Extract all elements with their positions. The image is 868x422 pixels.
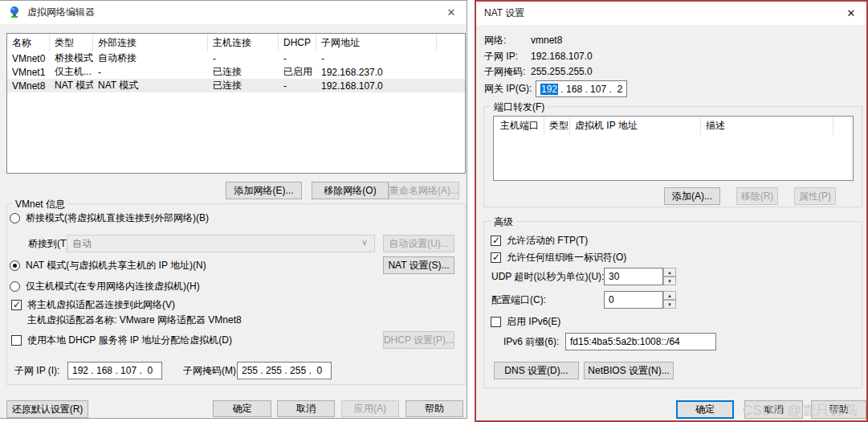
- ipv6-label: 启用 IPv6(E): [507, 315, 560, 329]
- bridged-radio[interactable]: [10, 213, 20, 223]
- ipv6-checkbox[interactable]: [491, 317, 501, 327]
- restore-defaults-button[interactable]: 还原默认设置(R): [6, 400, 88, 418]
- networks-table-header: 名称 类型 外部连接 主机连接 DHCP 子网地址: [7, 34, 465, 51]
- column-header-hostconn[interactable]: 主机连接: [208, 34, 279, 51]
- table-row-vmnet1[interactable]: VMnet1 仅主机... - 已连接 已启用 192.168.237.0: [7, 65, 465, 79]
- udp-timeout-field[interactable]: 30: [604, 268, 663, 285]
- oui-check-row[interactable]: 允许任何组织唯一标识符(O): [491, 251, 626, 264]
- nat-settings-dialog: NAT 设置 ✕ 网络: vmnet8 子网 IP: 192.168.107.0…: [475, 0, 868, 422]
- adapter-name-text: 主机虚拟适配器名称: VMware 网络适配器 VMnet8: [27, 314, 242, 326]
- editor-ok-button[interactable]: 确定: [213, 400, 271, 417]
- cell: VMnet0: [7, 51, 50, 65]
- cell: 已启用: [279, 65, 316, 79]
- ipv6-check-row[interactable]: 启用 IPv6(E): [491, 315, 560, 328]
- cell: 桥接模式: [50, 51, 93, 65]
- connect-adapter-check-row[interactable]: 将主机虚拟适配器连接到此网络(V): [11, 298, 175, 311]
- editor-close-icon[interactable]: ✕: [438, 1, 465, 24]
- dns-settings-button[interactable]: DNS 设置(D)...: [494, 362, 579, 379]
- column-header-host-port[interactable]: 主机端口: [494, 117, 544, 135]
- cell: VMnet8: [7, 79, 50, 92]
- ipv6-prefix-field[interactable]: fd15:4ba5:5a2b:1008::/64: [565, 333, 716, 350]
- ftp-check-row[interactable]: 允许活动的 FTP(T): [491, 234, 588, 247]
- connect-adapter-label: 将主机虚拟适配器连接到此网络(V): [27, 298, 175, 312]
- port-forwarding-group-label: 端口转发(F): [491, 100, 548, 114]
- pf-properties-button: 属性(P): [794, 187, 836, 205]
- nat-settings-button[interactable]: NAT 设置(S)...: [383, 256, 454, 274]
- hostonly-mode-radio-row[interactable]: 仅主机模式(在专用网络内连接虚拟机)(H): [10, 280, 200, 293]
- vmware-network-editor-icon: [8, 6, 21, 18]
- column-header-external[interactable]: 外部连接: [93, 34, 208, 51]
- hostonly-radio-label: 仅主机模式(在专用网络内连接虚拟机)(H): [26, 280, 200, 293]
- network-label: 网络:: [484, 34, 506, 47]
- cell: VMnet1: [7, 65, 50, 79]
- table-row-vmnet0[interactable]: VMnet0 桥接模式 自动桥接 - - -: [7, 51, 465, 65]
- column-header-vm-ip[interactable]: 虚拟机 IP 地址: [570, 117, 701, 135]
- bridged-radio-label: 桥接模式(将虚拟机直接连接到外部网络)(B): [26, 211, 209, 225]
- editor-cancel-button[interactable]: 取消: [277, 400, 335, 417]
- screenshot-stage: 虚拟网络编辑器 ✕ 名称 类型 外部连接 主机连接 DHCP 子网地址 VMne…: [0, 0, 868, 422]
- editor-apply-button: 应用(A): [341, 400, 399, 417]
- cell: NAT 模式: [50, 79, 93, 92]
- column-header-name[interactable]: 名称: [7, 34, 50, 51]
- cell: 自动桥接: [93, 51, 208, 65]
- add-network-button[interactable]: 添加网络(E)...: [226, 182, 302, 199]
- vmnet-info-group: VMnet 信息: [6, 203, 466, 385]
- pf-add-button[interactable]: 添加(A)...: [664, 187, 720, 205]
- nat-dialog-title: NAT 设置: [484, 2, 524, 25]
- table-row-vmnet8-selected[interactable]: VMnet8 NAT 模式 NAT 模式 已连接 - 192.168.107.0: [7, 79, 465, 92]
- spin-up-icon[interactable]: [663, 268, 676, 277]
- netbios-settings-button[interactable]: NetBIOS 设置(N)...: [584, 362, 674, 379]
- ipv6-prefix-label: IPv6 前缀(6):: [503, 333, 559, 350]
- config-port-stepper[interactable]: [663, 291, 676, 309]
- nat-ok-button[interactable]: 确定: [676, 400, 734, 419]
- column-header-subnet[interactable]: 子网地址: [316, 34, 437, 51]
- port-forwarding-table: 主机端口 类型 虚拟机 IP 地址 描述: [493, 116, 854, 181]
- nat-close-icon[interactable]: ✕: [837, 2, 865, 25]
- oui-label: 允许任何组织唯一标识符(O): [507, 251, 626, 264]
- gateway-ip-rest-text: . 168 . 107 . 2: [558, 84, 622, 95]
- subnet-ip-field[interactable]: 192 . 168 . 107 . 0: [67, 362, 162, 379]
- bridged-mode-radio-row[interactable]: 桥接模式(将虚拟机直接连接到外部网络)(B): [10, 211, 209, 224]
- nat-mode-radio-row[interactable]: NAT 模式(与虚拟机共享主机的 IP 地址)(N): [10, 259, 206, 272]
- spin-down-icon[interactable]: [663, 277, 676, 285]
- bridged-to-label: 桥接到(T):: [28, 235, 72, 252]
- column-header-description[interactable]: 描述: [701, 117, 833, 135]
- bridged-to-value: 自动: [72, 237, 92, 251]
- remove-network-button[interactable]: 移除网络(O): [312, 182, 389, 199]
- connect-adapter-checkbox[interactable]: [11, 300, 22, 310]
- column-header-pf-type[interactable]: 类型: [544, 117, 570, 135]
- ftp-label: 允许活动的 FTP(T): [507, 234, 588, 248]
- dhcp-settings-button: DHCP 设置(P)...: [383, 331, 454, 349]
- column-header-filler: [437, 34, 465, 51]
- subnet-mask-field[interactable]: 255 . 255 . 255 . 0: [237, 362, 332, 379]
- editor-titlebar: 虚拟网络编辑器 ✕: [0, 1, 467, 24]
- spin-up-icon[interactable]: [663, 291, 676, 300]
- oui-checkbox[interactable]: [491, 252, 501, 263]
- dhcp-checkbox[interactable]: [11, 335, 22, 346]
- chevron-down-icon: [361, 237, 368, 248]
- gateway-ip-field[interactable]: 192 . 168 . 107 . 2: [536, 80, 627, 97]
- spin-down-icon[interactable]: [663, 300, 676, 309]
- nat-subnet-ip-label: 子网 IP:: [484, 50, 518, 63]
- dhcp-label: 使用本地 DHCP 服务将 IP 地址分配给虚拟机(D): [27, 334, 232, 347]
- bridged-to-combo: 自动: [67, 235, 375, 252]
- cell: 192.168.107.0: [316, 79, 437, 92]
- gateway-ip-selected-text: 192: [540, 84, 558, 95]
- watermark: CSDN @壹只椋鸟: [743, 401, 858, 420]
- dhcp-check-row[interactable]: 使用本地 DHCP 服务将 IP 地址分配给虚拟机(D): [11, 334, 232, 346]
- cell: 已连接: [208, 65, 279, 79]
- networks-table: 名称 类型 外部连接 主机连接 DHCP 子网地址 VMnet0 桥接模式 自动…: [6, 33, 466, 174]
- port-forwarding-header: 主机端口 类型 虚拟机 IP 地址 描述: [494, 117, 853, 135]
- nat-radio[interactable]: [10, 260, 20, 271]
- ftp-checkbox[interactable]: [491, 236, 501, 246]
- editor-help-button[interactable]: 帮助: [405, 400, 463, 417]
- config-port-field[interactable]: 0: [604, 291, 663, 309]
- column-header-dhcp[interactable]: DHCP: [279, 34, 316, 51]
- nat-radio-label: NAT 模式(与虚拟机共享主机的 IP 地址)(N): [26, 259, 206, 272]
- nat-subnet-mask-label: 子网掩码:: [484, 65, 525, 78]
- hostonly-radio[interactable]: [10, 281, 20, 292]
- udp-timeout-stepper[interactable]: [663, 268, 676, 285]
- cell: -: [208, 51, 279, 65]
- cell: NAT 模式: [93, 79, 208, 92]
- column-header-type[interactable]: 类型: [50, 34, 93, 51]
